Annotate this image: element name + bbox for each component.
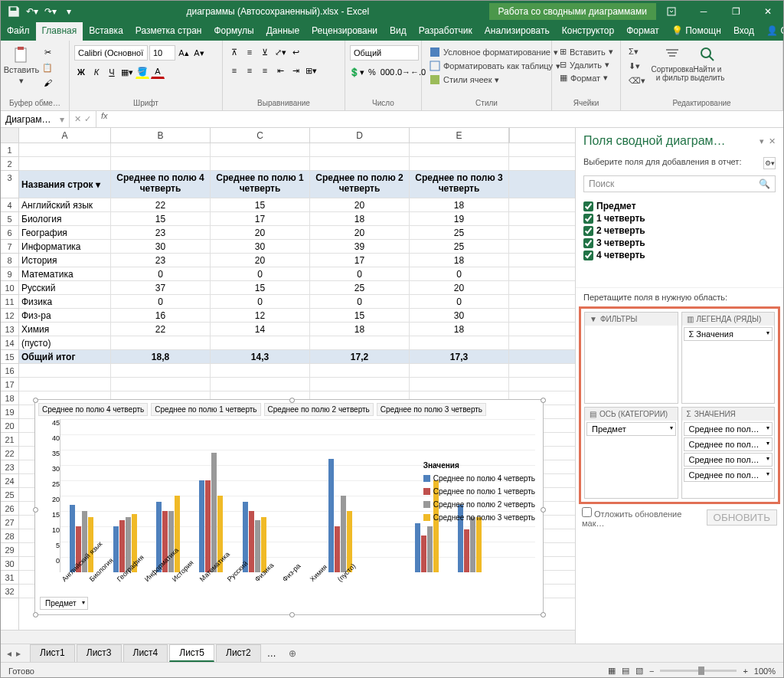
cell[interactable] (410, 336, 509, 349)
cell[interactable]: 30 (211, 240, 310, 253)
row-header[interactable]: 17 (1, 378, 18, 391)
pane-close-icon[interactable]: ✕ (769, 136, 776, 146)
cell[interactable]: 0 (410, 295, 509, 308)
cell[interactable]: 15 (211, 198, 310, 211)
tab-layout[interactable]: Разметка стран (129, 22, 208, 41)
cell[interactable] (310, 157, 410, 170)
row-header[interactable]: 19 (1, 405, 18, 419)
row-header[interactable]: 3 (1, 171, 18, 198)
cell[interactable] (19, 157, 111, 170)
chart-field-button[interactable]: Среднее по полю 3 четверть (377, 403, 486, 416)
cell[interactable]: 17,2 (310, 350, 410, 363)
field-checkbox[interactable]: Предмет (583, 200, 776, 212)
cell[interactable]: 20 (310, 226, 410, 239)
chart-bar[interactable] (70, 505, 75, 572)
tab-nav-prev-icon[interactable]: ◂ (7, 648, 11, 659)
row-header[interactable]: 31 (1, 571, 18, 585)
tab-file[interactable]: Файл (1, 22, 36, 41)
cell[interactable] (19, 143, 111, 156)
defer-update-checkbox[interactable]: Отложить обновление мак… (582, 507, 707, 528)
chart-field-button[interactable]: Среднее по полю 2 четверть (264, 403, 374, 416)
col-header[interactable]: A (19, 128, 111, 142)
tab-design[interactable]: Конструктор (556, 22, 620, 41)
row-header[interactable]: 28 (1, 529, 18, 543)
legend-item[interactable]: Среднее по полю 2 четверть (423, 500, 535, 509)
col-header[interactable]: D (310, 128, 410, 142)
cell[interactable] (310, 336, 410, 349)
cell[interactable]: 0 (211, 295, 310, 308)
zone-axis[interactable]: ▤ОСЬ (КАТЕГОРИИ) Предмет (584, 407, 678, 499)
cell[interactable]: Среднее по полю 3 четверть (410, 171, 509, 198)
chart-bar[interactable] (464, 529, 469, 572)
cell[interactable]: 0 (111, 267, 211, 280)
row-header[interactable]: 4 (1, 198, 18, 212)
chart-bar[interactable] (415, 523, 420, 572)
tab-login[interactable]: Вход (727, 22, 760, 41)
currency-icon[interactable]: 💲▾ (350, 65, 364, 79)
minimize-button[interactable]: ─ (688, 1, 719, 22)
cell[interactable]: 39 (310, 240, 410, 253)
chart-bar[interactable] (211, 453, 217, 572)
cells-format-button[interactable]: ▦ Формат▾ (557, 71, 611, 84)
cell[interactable] (410, 364, 509, 377)
undo-icon[interactable]: ↶▾ (25, 5, 39, 18)
chart-bar[interactable] (175, 496, 180, 572)
zone-filters[interactable]: ▼ФИЛЬТРЫ (584, 312, 678, 404)
zoom-out-button[interactable]: − (649, 667, 654, 676)
cell[interactable]: Биология (19, 212, 111, 225)
legend-item[interactable]: Среднее по полю 4 четверть (423, 474, 535, 483)
chart-bar[interactable] (168, 511, 174, 572)
chart-bar[interactable] (335, 526, 340, 572)
cell[interactable] (211, 143, 310, 156)
cell[interactable]: 25 (310, 281, 410, 294)
zone-legend[interactable]: ▥ЛЕГЕНДА (РЯДЫ) Σ Значения (681, 312, 776, 404)
tab-developer[interactable]: Разработчик (413, 22, 479, 41)
row-header[interactable]: 30 (1, 557, 18, 571)
font-size-input[interactable] (149, 45, 175, 61)
row-header[interactable]: 12 (1, 309, 18, 323)
redo-icon[interactable]: ↷▾ (44, 5, 57, 18)
cell[interactable]: 30 (111, 240, 211, 253)
format-as-table-button[interactable]: Форматировать как таблицу▾ (426, 59, 564, 73)
tab-insert[interactable]: Вставка (83, 22, 129, 41)
view-break-icon[interactable]: ▧ (635, 666, 643, 676)
cell[interactable]: 14 (211, 323, 310, 336)
cell[interactable]: 20 (410, 281, 509, 294)
cell[interactable]: 15 (111, 212, 211, 225)
tab-analyze[interactable]: Анализировать (479, 22, 556, 41)
paste-button[interactable]: Вставить▾ (5, 45, 38, 86)
chart-bar[interactable] (328, 459, 334, 572)
cell[interactable] (111, 157, 211, 170)
number-format-dropdown[interactable] (350, 45, 419, 61)
zone-item[interactable]: Σ Значения (684, 327, 773, 341)
row-header[interactable]: 29 (1, 543, 18, 557)
cell[interactable]: 37 (111, 281, 211, 294)
format-painter-icon[interactable]: 🖌 (41, 76, 54, 90)
row-header[interactable]: 18 (1, 391, 18, 405)
sort-filter-button[interactable]: Сортировка и фильтр (656, 45, 688, 82)
cell[interactable] (111, 364, 211, 377)
save-icon[interactable] (7, 5, 21, 18)
row-header[interactable]: 2 (1, 157, 18, 171)
cell[interactable]: Среднее по полю 4 четверть (111, 171, 211, 198)
cell[interactable]: 23 (111, 226, 211, 239)
tab-view[interactable]: Вид (384, 22, 413, 41)
row-header[interactable]: 32 (1, 585, 18, 598)
cell[interactable]: 30 (410, 309, 509, 322)
chart-field-button[interactable]: Среднее по полю 1 четверть (151, 403, 260, 416)
cell[interactable]: 18 (310, 212, 410, 225)
qat-customize-icon[interactable]: ▾ (62, 5, 76, 18)
row-header[interactable]: 9 (1, 267, 18, 281)
row-header[interactable]: 8 (1, 254, 18, 267)
cell[interactable]: 15 (310, 309, 410, 322)
cell[interactable]: 17 (211, 212, 310, 225)
chart-axis-dropdown[interactable]: Предмет (40, 597, 88, 610)
row-header[interactable]: 26 (1, 502, 18, 516)
row-header[interactable]: 15 (1, 350, 18, 364)
percent-icon[interactable]: % (365, 65, 379, 79)
fx-icon[interactable]: fx (96, 111, 113, 127)
cell[interactable] (111, 336, 211, 349)
pane-dropdown-icon[interactable]: ▾ (760, 136, 764, 146)
cell[interactable]: 25 (410, 240, 509, 253)
wrap-text-icon[interactable]: ↩ (289, 45, 302, 59)
